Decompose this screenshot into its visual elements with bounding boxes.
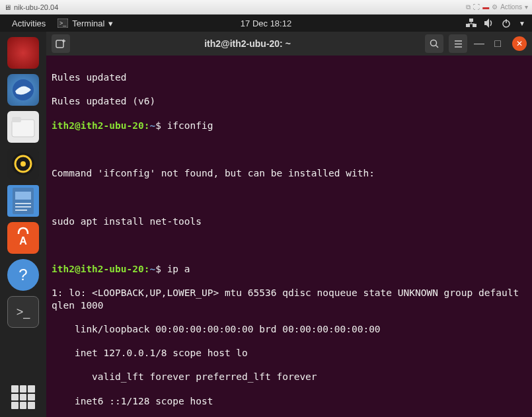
output-line: inet6 ::1/128 scope host [52,395,527,407]
network-icon[interactable] [466,19,476,28]
prompt-line: ith2@ith2-ubu-20:~$ ifconfig [52,120,527,132]
vm-titlebar: 🖥 nik-ubu-20.04 ⧉ ⛶ ▬ ⚙ Actions ▾ [0,0,532,15]
volume-icon[interactable] [484,19,494,28]
command: ip a [167,264,190,274]
vm-icon: 🖥 [4,3,11,11]
output-line [52,143,527,155]
search-button[interactable] [425,34,443,53]
activities-button[interactable]: Activities [7,19,51,28]
output-line [52,191,527,203]
svg-text:>_: >_ [59,20,67,26]
svg-rect-3 [473,24,476,27]
terminal-icon: >_ [57,19,68,28]
fullscreen-icon[interactable]: ⛶ [473,3,480,11]
output-line: Command 'ifconfig' not found, but can be… [52,167,527,179]
output-line [52,239,527,251]
actions-label[interactable]: Actions [500,3,522,11]
terminal-controls: — □ ✕ [425,34,527,53]
dock-item-help[interactable]: ? [7,259,39,291]
svg-rect-17 [15,192,31,200]
svg-point-15 [20,161,26,167]
dock-item-files[interactable] [7,111,39,143]
svg-rect-12 [12,117,21,122]
svg-text:A: A [19,235,27,246]
power-icon[interactable] [502,19,511,28]
svg-rect-4 [469,19,473,22]
hamburger-menu-button[interactable] [449,34,467,53]
terminal-title: ith2@ith2-ubu-20: ~ [75,38,420,49]
terminal-window: ith2@ith2-ubu-20: ~ — □ ✕ Rules updated … [46,32,532,417]
dock-item-app1[interactable] [7,37,39,69]
flag-icon[interactable]: ▬ [482,3,489,11]
svg-line-26 [436,45,438,48]
prompt-path: ~ [149,120,155,131]
chevron-down-icon: ▾ [108,19,113,28]
output-line: inet 127.0.0.1/8 scope host lo [52,347,527,359]
output-line: Rules updated (v6) [52,95,527,107]
terminal-menu-label: Terminal [72,19,104,28]
clock[interactable]: 17 Dec 18:12 [241,19,291,28]
output-line: link/loopback 00:00:00:00:00:00 brd 00:0… [52,323,527,335]
dock-show-apps[interactable] [11,385,35,409]
gear-icon[interactable]: ⚙ [492,3,498,11]
gnome-topbar: Activities >_ Terminal ▾ 17 Dec 18:12 ▼ [0,15,532,32]
dock: A ? >_ [0,32,46,417]
maximize-button[interactable]: □ [491,37,504,50]
prompt-user: ith2@ith2-ubu-20 [52,264,144,274]
close-button[interactable]: ✕ [512,36,527,51]
display-icon[interactable]: ⧉ [466,3,471,11]
vm-toolbar: ⧉ ⛶ ▬ ⚙ Actions ▾ [466,3,528,11]
prompt-path: ~ [149,264,155,274]
dock-item-software[interactable]: A [7,222,39,254]
minimize-button[interactable]: — [473,37,486,50]
output-line: valid_lft forever preferred_lft forever [52,371,527,383]
dock-item-thunderbird[interactable] [7,74,39,106]
terminal-output[interactable]: Rules updated Rules updated (v6) ith2@it… [46,56,532,417]
vm-title: nik-ubu-20.04 [14,3,58,11]
system-status-area[interactable]: ▼ [466,19,525,28]
desktop: A ? >_ ith2@ith2-ubu-20: ~ — □ ✕ [0,32,532,417]
output-line: Rules updated [52,71,527,83]
new-tab-button[interactable] [52,34,70,53]
svg-point-25 [430,40,436,46]
dock-item-libreoffice[interactable] [7,185,39,217]
output-line: 1: lo: <LOOPBACK,UP,LOWER_UP> mtu 65536 … [52,287,527,311]
dock-item-rhythmbox[interactable] [7,148,39,180]
chevron-down-icon[interactable]: ▾ [525,3,528,11]
command: ifconfig [167,120,213,131]
prompt-line: ith2@ith2-ubu-20:~$ ip a [52,263,527,275]
terminal-titlebar: ith2@ith2-ubu-20: ~ — □ ✕ [46,32,532,56]
dock-item-terminal[interactable]: >_ [7,296,39,328]
svg-marker-7 [484,19,489,28]
svg-rect-2 [466,24,470,27]
prompt-user: ith2@ith2-ubu-20 [52,120,144,131]
chevron-down-icon[interactable]: ▼ [519,20,525,27]
output-line: sudo apt install net-tools [52,215,527,227]
terminal-app-menu[interactable]: >_ Terminal ▾ [51,19,120,28]
